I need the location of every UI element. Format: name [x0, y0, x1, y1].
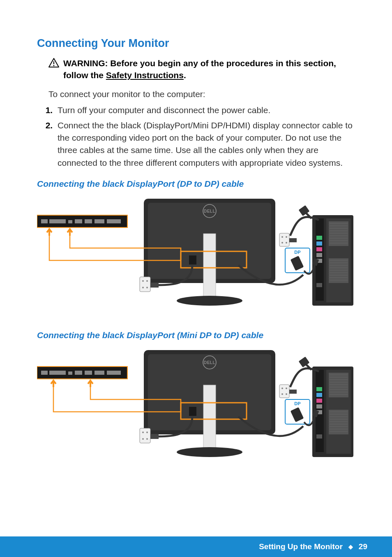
svg-rect-68 [189, 407, 196, 416]
step-text: Turn off your computer and disconnect th… [58, 105, 270, 115]
svg-rect-73 [75, 371, 82, 375]
svg-point-21 [146, 287, 148, 288]
svg-rect-29 [316, 253, 322, 257]
dp-label: DP [294, 250, 300, 255]
svg-point-80 [142, 438, 144, 440]
svg-rect-57 [289, 238, 297, 242]
step-item: Connect the the black (DisplayPort/Mini … [55, 119, 355, 169]
svg-point-113 [281, 388, 283, 389]
svg-rect-102 [329, 410, 348, 434]
svg-point-18 [142, 280, 144, 282]
svg-rect-88 [316, 399, 322, 403]
warning-text: WARNING: Before you begin any of the pro… [63, 57, 355, 81]
svg-rect-77 [140, 428, 150, 443]
svg-point-6 [177, 296, 242, 306]
svg-point-114 [286, 388, 287, 389]
warning-body-after: . [184, 70, 186, 80]
svg-rect-12 [68, 220, 72, 223]
svg-point-79 [146, 432, 148, 433]
svg-rect-15 [95, 219, 104, 223]
svg-rect-76 [107, 371, 121, 375]
subheading-dp-to-dp: Connecting the black DisplayPort (DP to … [37, 179, 355, 189]
footer-section-name: Setting Up the Monitor [259, 542, 343, 551]
svg-point-56 [286, 242, 287, 244]
svg-rect-72 [68, 371, 72, 375]
svg-rect-65 [203, 385, 216, 449]
svg-point-54 [286, 236, 287, 238]
svg-rect-71 [49, 371, 66, 375]
safety-instructions-link[interactable]: Safety Instructions [106, 70, 184, 80]
svg-rect-74 [85, 371, 92, 375]
svg-rect-22 [150, 283, 159, 288]
svg-rect-52 [279, 233, 289, 246]
svg-rect-5 [203, 234, 216, 297]
svg-point-115 [281, 393, 283, 395]
warning-block: WARNING: Before you begin any of the pro… [48, 57, 355, 81]
svg-rect-87 [316, 393, 322, 397]
svg-point-81 [146, 438, 148, 440]
svg-point-55 [281, 242, 283, 244]
step-text: Connect the the black (DisplayPort/Mini … [58, 121, 353, 167]
brand-label: DELL [204, 360, 215, 365]
svg-rect-26 [316, 236, 322, 240]
dp-label: DP [294, 401, 300, 406]
svg-rect-75 [95, 371, 104, 375]
svg-point-53 [281, 236, 283, 238]
svg-rect-42 [329, 258, 348, 283]
svg-rect-112 [279, 385, 289, 398]
subheading-minidp-to-dp: Connecting the black DisplayPort (Mini D… [37, 330, 355, 340]
svg-point-116 [286, 393, 287, 395]
svg-point-66 [177, 447, 242, 457]
svg-rect-16 [107, 219, 121, 223]
svg-rect-82 [150, 434, 159, 439]
svg-rect-27 [316, 241, 322, 246]
page-title: Connecting Your Monitor [37, 37, 355, 50]
svg-rect-32 [329, 221, 348, 246]
svg-rect-10 [41, 219, 48, 223]
footer-page-number: 29 [359, 542, 367, 551]
footer-bar: Setting Up the Monitor ◆ 29 [0, 536, 392, 557]
svg-rect-28 [316, 247, 322, 251]
warning-prefix: WARNING: [63, 58, 108, 68]
warning-icon [48, 58, 59, 70]
diagram-minidp-to-dp: DELL [37, 346, 353, 461]
svg-rect-70 [41, 371, 48, 375]
intro-text: To connect your monitor to the computer: [48, 88, 355, 100]
svg-rect-31 [316, 283, 322, 287]
svg-point-20 [142, 287, 144, 288]
svg-rect-89 [316, 404, 322, 408]
steps-list: Turn off your computer and disconnect th… [55, 104, 355, 169]
svg-point-1 [53, 65, 55, 66]
svg-rect-17 [140, 277, 150, 292]
svg-point-78 [142, 432, 144, 433]
svg-rect-13 [75, 219, 82, 223]
step-item: Turn off your computer and disconnect th… [55, 104, 355, 116]
svg-rect-14 [85, 219, 92, 223]
svg-point-19 [146, 280, 148, 282]
svg-rect-8 [189, 255, 196, 265]
svg-rect-11 [49, 219, 66, 223]
svg-rect-92 [329, 373, 348, 397]
svg-rect-86 [316, 387, 322, 391]
svg-rect-91 [316, 434, 322, 439]
diagram-dp-to-dp: DELL [37, 195, 353, 310]
svg-rect-117 [289, 390, 297, 394]
brand-label: DELL [204, 209, 215, 214]
footer-diamond-icon: ◆ [348, 543, 353, 550]
